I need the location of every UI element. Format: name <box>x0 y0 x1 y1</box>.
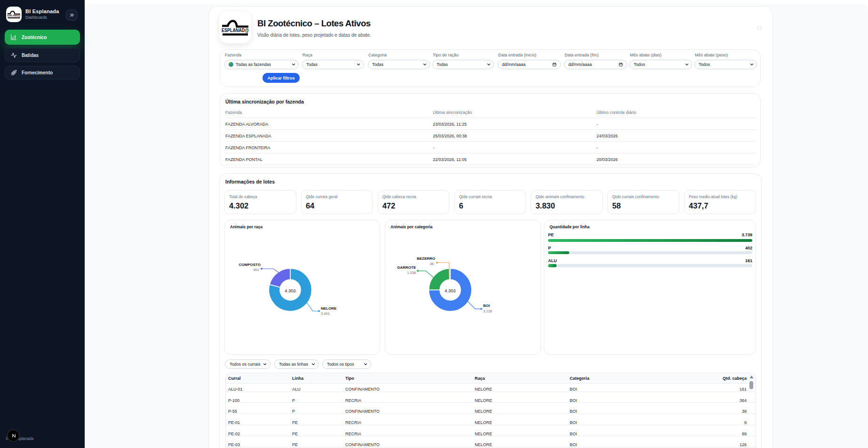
svg-text:ESPLANAD@: ESPLANAD@ <box>7 14 20 17</box>
svg-text:BOI: BOI <box>483 304 490 308</box>
svg-text:3.228: 3.228 <box>483 309 492 313</box>
svg-text:BEZERRO: BEZERRO <box>417 256 435 261</box>
svg-text:1.038: 1.038 <box>407 271 416 275</box>
svg-text:3.401: 3.401 <box>321 312 330 316</box>
svg-text:COMPOSTO: COMPOSTO <box>239 263 261 267</box>
svg-text:36: 36 <box>430 262 434 266</box>
svg-text:4.302: 4.302 <box>445 288 456 293</box>
svg-text:NELORE: NELORE <box>321 306 337 311</box>
svg-text:GARROTE: GARROTE <box>397 265 416 270</box>
svg-text:4.302: 4.302 <box>285 288 296 293</box>
svg-text:901: 901 <box>253 268 259 272</box>
svg-text:ESPLANAD@: ESPLANAD@ <box>222 27 249 33</box>
